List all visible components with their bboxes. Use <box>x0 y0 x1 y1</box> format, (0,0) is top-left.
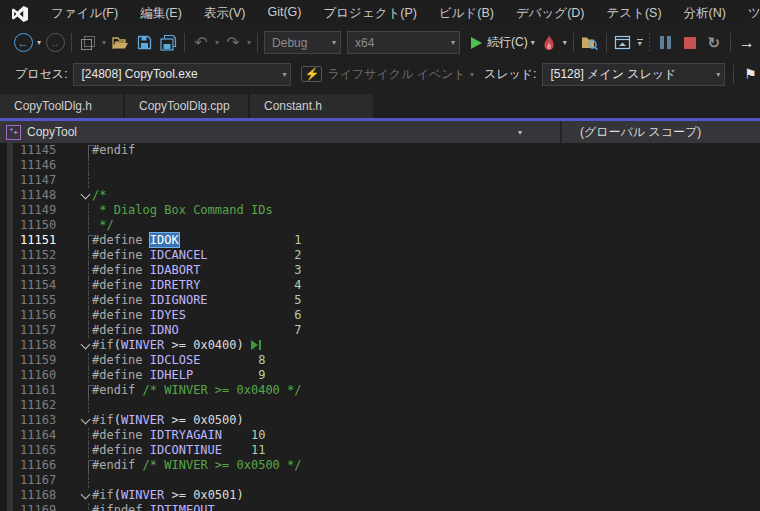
code-line[interactable]: 11158#if(WINVER >= 0x0400) <box>0 338 760 353</box>
code-line[interactable]: 11165#define IDCONTINUE 11 <box>0 443 760 458</box>
fold-chevron-icon[interactable] <box>81 340 91 350</box>
menu-item[interactable]: デバッグ(D) <box>505 1 596 26</box>
menu-item[interactable]: 表示(V) <box>193 1 257 26</box>
code-token: /* WINVER >= 0x0500 */ <box>143 458 302 472</box>
hot-reload-button[interactable] <box>537 31 561 55</box>
code-line[interactable]: 11146 <box>0 158 760 173</box>
save-all-button[interactable] <box>156 31 180 55</box>
stop-debugging-button[interactable] <box>678 31 702 55</box>
code-line[interactable]: 11154#define IDRETRY 4 <box>0 278 760 293</box>
code-line[interactable]: 11156#define IDYES 6 <box>0 308 760 323</box>
redo-button[interactable]: ↷ <box>221 31 245 55</box>
continue-label: 続行(C) <box>487 34 528 51</box>
process-label: プロセス: <box>15 66 67 83</box>
menu-item[interactable]: ビルド(B) <box>428 1 505 26</box>
new-window-dropdown[interactable]: ▾ <box>100 38 108 47</box>
fold-chevron-icon[interactable] <box>81 490 91 500</box>
code-line[interactable]: 11152#define IDCANCEL 2 <box>0 248 760 263</box>
flag-icon: ⚑ <box>744 66 757 82</box>
navigate-back-button[interactable]: ← <box>11 31 35 55</box>
code-text: #define IDYES 6 <box>92 308 302 323</box>
break-all-button[interactable] <box>654 31 678 55</box>
line-number: 11167 <box>20 473 56 488</box>
navigate-forward-button[interactable]: → <box>43 31 67 55</box>
show-next-statement-button[interactable]: → <box>735 31 759 55</box>
code-line[interactable]: 11162 <box>0 398 760 413</box>
menu-item[interactable]: 編集(E) <box>129 1 193 26</box>
project-dropdown[interactable]: CopyTool <box>27 125 77 139</box>
toolbar-overflow-button[interactable]: ▾ <box>635 39 645 46</box>
code-line[interactable]: 11163#if(WINVER >= 0x0500) <box>0 413 760 428</box>
menu-item[interactable]: Git(G) <box>256 1 312 26</box>
fold-chevron-icon[interactable] <box>81 415 91 425</box>
code-token: 6 <box>294 308 301 322</box>
code-line[interactable]: 11148/* <box>0 188 760 203</box>
solution-platform-combo[interactable]: x64 ▾ <box>347 31 460 54</box>
code-line[interactable]: 11159#define IDCLOSE 8 <box>0 353 760 368</box>
code-line[interactable]: 11169#ifndef IDTIMEOUT <box>0 503 760 511</box>
chevron-down-icon: ▾ <box>716 70 720 79</box>
code-line[interactable]: 11145#endif <box>0 143 760 158</box>
menu-item[interactable]: プロジェクト(P) <box>313 1 428 26</box>
sync-with-active-document-button[interactable] <box>611 31 635 55</box>
redo-icon: ↷ <box>226 33 239 52</box>
code-line[interactable]: 11150 */ <box>0 218 760 233</box>
code-token: ( <box>114 488 121 502</box>
continue-button[interactable]: 続行(C) <box>466 31 529 55</box>
menu-item[interactable]: ツール(T) <box>737 1 760 26</box>
thread-combo[interactable]: [5128] メイン スレッド ▾ <box>542 63 725 86</box>
redo-dropdown[interactable]: ▾ <box>245 38 253 47</box>
solution-configuration-combo[interactable]: Debug ▾ <box>264 31 341 54</box>
line-number: 11145 <box>20 143 56 158</box>
code-line[interactable]: 11166#endif /* WINVER >= 0x0500 */ <box>0 458 760 473</box>
show-flagged-threads-button[interactable]: ⚑ <box>738 62 760 86</box>
document-tab[interactable]: Constant.h <box>250 94 373 118</box>
find-in-files-button[interactable] <box>578 31 602 55</box>
thread-value: [5128] メイン スレッド <box>550 66 676 83</box>
toolbar-grip[interactable] <box>649 33 650 52</box>
code-line[interactable]: 11151#define IDOK 1 <box>0 233 760 248</box>
chevron-down-icon[interactable]: ▾ <box>518 128 522 137</box>
scope-dropdown[interactable]: (グローバル スコープ) <box>580 124 701 141</box>
code-editor[interactable]: 11145#endif111461114711148/*11149 * Dial… <box>0 143 760 511</box>
navigate-back-dropdown[interactable]: ▾ <box>35 38 43 47</box>
lifecycle-events-dropdown[interactable]: ▾ <box>468 70 476 79</box>
code-line[interactable]: 11147 <box>0 173 760 188</box>
save-button[interactable] <box>132 31 156 55</box>
indent-guide <box>88 248 89 263</box>
indent-guide <box>88 293 89 308</box>
fold-chevron-icon[interactable] <box>81 190 91 200</box>
code-token: 7 <box>294 323 301 337</box>
menu-item[interactable]: テスト(S) <box>596 1 673 26</box>
code-line[interactable]: 11168#if(WINVER >= 0x0501) <box>0 488 760 503</box>
editor-navigation-bar: ⁺₊ CopyTool ▾ (グローバル スコープ) <box>0 121 760 143</box>
open-file-button[interactable] <box>108 31 132 55</box>
code-text: #ifndef IDTIMEOUT <box>92 503 215 511</box>
code-line[interactable]: 11167 <box>0 473 760 488</box>
code-line[interactable]: 11153#define IDABORT 3 <box>0 263 760 278</box>
document-tab[interactable]: CopyToolDlg.cpp <box>125 94 248 118</box>
process-combo[interactable]: [24808] CopyTool.exe ▾ <box>73 63 291 86</box>
code-line[interactable]: 11149 * Dialog Box Command IDs <box>0 203 760 218</box>
menu-item[interactable]: 分析(N) <box>673 1 737 26</box>
undo-button[interactable]: ↶ <box>189 31 213 55</box>
back-arrow-icon: ← <box>14 33 33 52</box>
code-text: #define IDABORT 3 <box>92 263 302 278</box>
code-text: #define IDRETRY 4 <box>92 278 302 293</box>
new-window-button[interactable] <box>76 31 100 55</box>
code-line[interactable]: 11161#endif /* WINVER >= 0x0400 */ <box>0 383 760 398</box>
code-token: #define <box>92 308 150 322</box>
menu-bar: ファイル(F)編集(E)表示(V)Git(G)プロジェクト(P)ビルド(B)デバ… <box>0 0 760 27</box>
code-line[interactable]: 11160#define IDHELP 9 <box>0 368 760 383</box>
indent-guide <box>88 398 89 413</box>
code-line[interactable]: 11155#define IDIGNORE 5 <box>0 293 760 308</box>
code-token <box>222 443 251 457</box>
continue-dropdown[interactable]: ▾ <box>529 38 537 47</box>
undo-dropdown[interactable]: ▾ <box>213 38 221 47</box>
menu-item[interactable]: ファイル(F) <box>40 1 129 26</box>
code-line[interactable]: 11157#define IDNO 7 <box>0 323 760 338</box>
code-line[interactable]: 11164#define IDTRYAGAIN 10 <box>0 428 760 443</box>
hot-reload-dropdown[interactable]: ▾ <box>561 38 569 47</box>
restart-button[interactable]: ↻ <box>702 31 726 55</box>
document-tab[interactable]: CopyToolDlg.h <box>0 94 123 118</box>
